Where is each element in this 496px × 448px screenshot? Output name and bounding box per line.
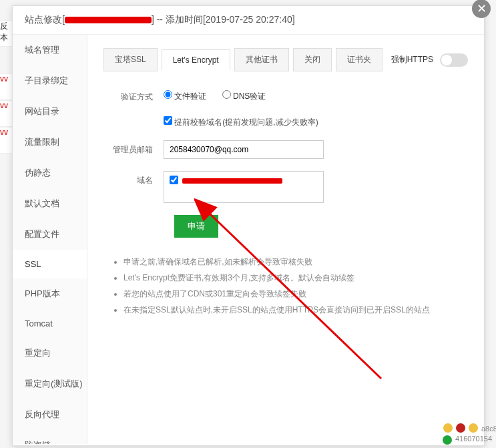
domain-checkbox[interactable] <box>170 176 178 184</box>
tab-lets-encrypt[interactable]: Let's Encrypt <box>162 49 230 71</box>
sidebar-item-defaultdoc[interactable]: 默认文档 <box>13 188 87 219</box>
note-item: Let's Encrypt免费证书,有效期3个月,支持多域名。默认会自动续签 <box>123 270 468 286</box>
tab-other-cert[interactable]: 其他证书 <box>234 48 289 71</box>
ssl-tabs: 宝塔SSL Let's Encrypt 其他证书 关闭 证书夹 强制HTTPS <box>103 48 468 71</box>
close-icon[interactable]: ✕ <box>472 0 491 18</box>
sidebar-item-domain[interactable]: 域名管理 <box>13 35 87 65</box>
sidebar-item-config[interactable]: 配置文件 <box>13 219 87 250</box>
sidebar-item-ssl[interactable]: SSL <box>13 250 87 278</box>
sidebar-item-sitedir[interactable]: 网站目录 <box>13 96 87 127</box>
redacted-domain <box>65 17 152 23</box>
note-item: 若您的站点使用了CDN或301重定向会导致续签失败 <box>123 286 468 302</box>
tab-close[interactable]: 关闭 <box>293 48 332 71</box>
bg-row: vv <box>0 127 12 154</box>
sidebar-item-traffic[interactable]: 流量限制 <box>13 127 87 158</box>
note-item: 在未指定SSL默认站点时,未开启SSL的站点使用HTTPS会直接访问到已开启SS… <box>123 302 468 318</box>
domain-label: 域名 <box>103 171 164 186</box>
notes-list: 申请之前,请确保域名已解析,如未解析会导致审核失败 Let's Encrypt免… <box>103 254 468 318</box>
redacted-domain-item <box>182 178 282 184</box>
note-item: 申请之前,请确保域名已解析,如未解析会导致审核失败 <box>123 254 468 270</box>
bg-row: vv <box>0 100 12 127</box>
verify-file-radio[interactable]: 文件验证 <box>164 91 206 101</box>
watermark-icon <box>456 423 465 433</box>
watermark: a8c8.cn 416070154 <box>443 422 492 445</box>
sidebar-item-proxy[interactable]: 反向代理 <box>13 399 87 430</box>
modal-title: 站点修改[] -- 添加时间[2019-07-25 20:27:40] <box>13 6 484 35</box>
sidebar-item-subdirectory[interactable]: 子目录绑定 <box>13 65 87 96</box>
email-label: 管理员邮箱 <box>103 140 164 156</box>
sidebar-item-redirect-beta[interactable]: 重定向(测试版) <box>13 369 87 399</box>
watermark-icon <box>469 423 478 433</box>
sidebar-item-rewrite[interactable]: 伪静态 <box>13 158 87 188</box>
bg-row: vv <box>0 73 12 100</box>
force-https-label: 强制HTTPS <box>391 54 433 65</box>
sidebar-item-redirect[interactable]: 重定向 <box>13 338 87 369</box>
verify-method-label: 验证方式 <box>103 87 164 103</box>
verify-dns-radio[interactable]: DNS验证 <box>222 91 266 101</box>
tab-baota-ssl[interactable]: 宝塔SSL <box>103 48 158 71</box>
sidebar-item-php[interactable]: PHP版本 <box>13 278 87 309</box>
sidebar: 域名管理 子目录绑定 网站目录 流量限制 伪静态 默认文档 配置文件 SSL P… <box>13 35 87 444</box>
watermark-icon <box>443 435 452 445</box>
sidebar-item-tomcat[interactable]: Tomcat <box>13 309 87 338</box>
apply-button[interactable]: 申请 <box>174 215 218 238</box>
domain-select-box[interactable] <box>164 171 324 203</box>
tab-cert-folder[interactable]: 证书夹 <box>336 48 383 71</box>
ssl-content: 宝塔SSL Let's Encrypt 其他证书 关闭 证书夹 强制HTTPS … <box>87 35 484 444</box>
precheck-checkbox[interactable]: 提前校验域名(提前发现问题,减少失败率) <box>164 118 318 127</box>
watermark-icon <box>443 423 453 433</box>
force-https-toggle[interactable] <box>440 53 468 67</box>
sidebar-item-hotlink[interactable]: 防盗链 <box>13 430 87 444</box>
email-input[interactable] <box>164 140 324 159</box>
bg-row: 反本 <box>0 20 12 47</box>
site-edit-modal: ✕ 站点修改[] -- 添加时间[2019-07-25 20:27:40] 域名… <box>12 5 485 446</box>
